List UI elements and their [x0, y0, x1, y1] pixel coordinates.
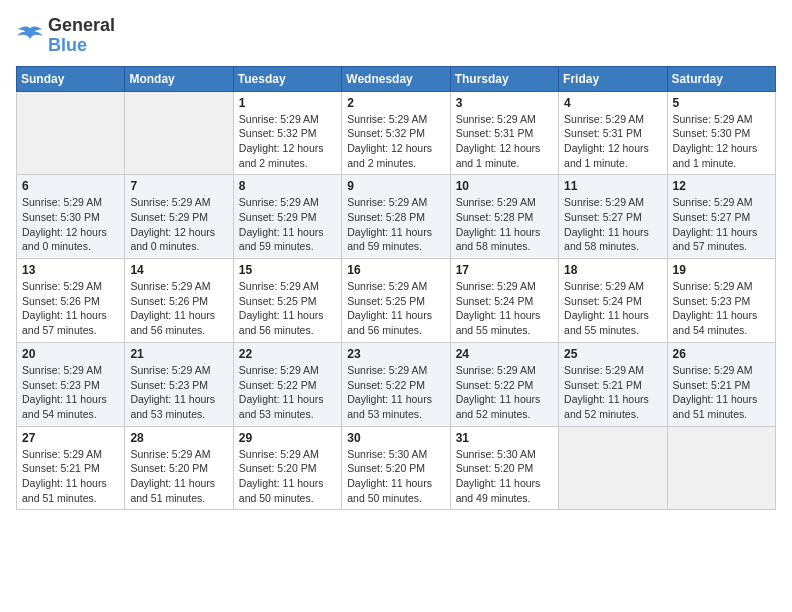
day-number: 30	[347, 431, 444, 445]
day-info: Sunrise: 5:29 AMSunset: 5:27 PMDaylight:…	[673, 195, 770, 254]
calendar-day-cell: 11Sunrise: 5:29 AMSunset: 5:27 PMDayligh…	[559, 175, 667, 259]
calendar-day-cell: 7Sunrise: 5:29 AMSunset: 5:29 PMDaylight…	[125, 175, 233, 259]
page-header: General Blue	[16, 16, 776, 56]
day-info: Sunrise: 5:29 AMSunset: 5:28 PMDaylight:…	[456, 195, 553, 254]
day-number: 25	[564, 347, 661, 361]
calendar-header-row: SundayMondayTuesdayWednesdayThursdayFrid…	[17, 66, 776, 91]
day-number: 31	[456, 431, 553, 445]
calendar-table: SundayMondayTuesdayWednesdayThursdayFrid…	[16, 66, 776, 511]
day-info: Sunrise: 5:29 AMSunset: 5:22 PMDaylight:…	[347, 363, 444, 422]
calendar-day-cell: 19Sunrise: 5:29 AMSunset: 5:23 PMDayligh…	[667, 259, 775, 343]
day-number: 16	[347, 263, 444, 277]
calendar-day-cell: 25Sunrise: 5:29 AMSunset: 5:21 PMDayligh…	[559, 342, 667, 426]
day-info: Sunrise: 5:29 AMSunset: 5:24 PMDaylight:…	[564, 279, 661, 338]
day-info: Sunrise: 5:29 AMSunset: 5:25 PMDaylight:…	[347, 279, 444, 338]
calendar-week-row: 20Sunrise: 5:29 AMSunset: 5:23 PMDayligh…	[17, 342, 776, 426]
day-info: Sunrise: 5:30 AMSunset: 5:20 PMDaylight:…	[347, 447, 444, 506]
calendar-day-cell: 23Sunrise: 5:29 AMSunset: 5:22 PMDayligh…	[342, 342, 450, 426]
day-info: Sunrise: 5:29 AMSunset: 5:30 PMDaylight:…	[673, 112, 770, 171]
day-number: 21	[130, 347, 227, 361]
day-info: Sunrise: 5:30 AMSunset: 5:20 PMDaylight:…	[456, 447, 553, 506]
day-info: Sunrise: 5:29 AMSunset: 5:22 PMDaylight:…	[456, 363, 553, 422]
calendar-week-row: 13Sunrise: 5:29 AMSunset: 5:26 PMDayligh…	[17, 259, 776, 343]
calendar-day-cell	[125, 91, 233, 175]
calendar-day-cell: 1Sunrise: 5:29 AMSunset: 5:32 PMDaylight…	[233, 91, 341, 175]
calendar-day-cell: 3Sunrise: 5:29 AMSunset: 5:31 PMDaylight…	[450, 91, 558, 175]
weekday-header: Saturday	[667, 66, 775, 91]
calendar-day-cell: 5Sunrise: 5:29 AMSunset: 5:30 PMDaylight…	[667, 91, 775, 175]
day-number: 24	[456, 347, 553, 361]
day-number: 29	[239, 431, 336, 445]
calendar-day-cell: 22Sunrise: 5:29 AMSunset: 5:22 PMDayligh…	[233, 342, 341, 426]
calendar-day-cell: 26Sunrise: 5:29 AMSunset: 5:21 PMDayligh…	[667, 342, 775, 426]
calendar-day-cell: 24Sunrise: 5:29 AMSunset: 5:22 PMDayligh…	[450, 342, 558, 426]
calendar-day-cell: 30Sunrise: 5:30 AMSunset: 5:20 PMDayligh…	[342, 426, 450, 510]
calendar-week-row: 27Sunrise: 5:29 AMSunset: 5:21 PMDayligh…	[17, 426, 776, 510]
calendar-day-cell: 29Sunrise: 5:29 AMSunset: 5:20 PMDayligh…	[233, 426, 341, 510]
day-number: 5	[673, 96, 770, 110]
day-info: Sunrise: 5:29 AMSunset: 5:27 PMDaylight:…	[564, 195, 661, 254]
day-info: Sunrise: 5:29 AMSunset: 5:21 PMDaylight:…	[564, 363, 661, 422]
day-number: 2	[347, 96, 444, 110]
day-number: 13	[22, 263, 119, 277]
logo-icon	[16, 22, 44, 50]
calendar-day-cell: 20Sunrise: 5:29 AMSunset: 5:23 PMDayligh…	[17, 342, 125, 426]
calendar-day-cell	[559, 426, 667, 510]
calendar-day-cell: 4Sunrise: 5:29 AMSunset: 5:31 PMDaylight…	[559, 91, 667, 175]
day-info: Sunrise: 5:29 AMSunset: 5:25 PMDaylight:…	[239, 279, 336, 338]
day-number: 14	[130, 263, 227, 277]
day-info: Sunrise: 5:29 AMSunset: 5:32 PMDaylight:…	[347, 112, 444, 171]
logo-text-line2: Blue	[48, 36, 115, 56]
day-number: 18	[564, 263, 661, 277]
calendar-day-cell: 10Sunrise: 5:29 AMSunset: 5:28 PMDayligh…	[450, 175, 558, 259]
day-info: Sunrise: 5:29 AMSunset: 5:21 PMDaylight:…	[22, 447, 119, 506]
day-number: 22	[239, 347, 336, 361]
calendar-day-cell	[17, 91, 125, 175]
calendar-day-cell: 18Sunrise: 5:29 AMSunset: 5:24 PMDayligh…	[559, 259, 667, 343]
day-info: Sunrise: 5:29 AMSunset: 5:21 PMDaylight:…	[673, 363, 770, 422]
day-info: Sunrise: 5:29 AMSunset: 5:30 PMDaylight:…	[22, 195, 119, 254]
day-number: 3	[456, 96, 553, 110]
calendar-day-cell: 13Sunrise: 5:29 AMSunset: 5:26 PMDayligh…	[17, 259, 125, 343]
calendar-day-cell: 12Sunrise: 5:29 AMSunset: 5:27 PMDayligh…	[667, 175, 775, 259]
calendar-day-cell: 17Sunrise: 5:29 AMSunset: 5:24 PMDayligh…	[450, 259, 558, 343]
weekday-header: Tuesday	[233, 66, 341, 91]
calendar-day-cell: 15Sunrise: 5:29 AMSunset: 5:25 PMDayligh…	[233, 259, 341, 343]
day-info: Sunrise: 5:29 AMSunset: 5:31 PMDaylight:…	[564, 112, 661, 171]
day-number: 23	[347, 347, 444, 361]
calendar-day-cell: 9Sunrise: 5:29 AMSunset: 5:28 PMDaylight…	[342, 175, 450, 259]
calendar-day-cell: 14Sunrise: 5:29 AMSunset: 5:26 PMDayligh…	[125, 259, 233, 343]
weekday-header: Sunday	[17, 66, 125, 91]
day-number: 6	[22, 179, 119, 193]
day-info: Sunrise: 5:29 AMSunset: 5:31 PMDaylight:…	[456, 112, 553, 171]
day-number: 4	[564, 96, 661, 110]
calendar-day-cell: 2Sunrise: 5:29 AMSunset: 5:32 PMDaylight…	[342, 91, 450, 175]
day-number: 11	[564, 179, 661, 193]
day-number: 20	[22, 347, 119, 361]
day-info: Sunrise: 5:29 AMSunset: 5:23 PMDaylight:…	[130, 363, 227, 422]
day-number: 12	[673, 179, 770, 193]
day-info: Sunrise: 5:29 AMSunset: 5:23 PMDaylight:…	[673, 279, 770, 338]
calendar-day-cell: 28Sunrise: 5:29 AMSunset: 5:20 PMDayligh…	[125, 426, 233, 510]
day-info: Sunrise: 5:29 AMSunset: 5:23 PMDaylight:…	[22, 363, 119, 422]
calendar-day-cell: 6Sunrise: 5:29 AMSunset: 5:30 PMDaylight…	[17, 175, 125, 259]
day-info: Sunrise: 5:29 AMSunset: 5:29 PMDaylight:…	[239, 195, 336, 254]
calendar-day-cell: 31Sunrise: 5:30 AMSunset: 5:20 PMDayligh…	[450, 426, 558, 510]
day-info: Sunrise: 5:29 AMSunset: 5:22 PMDaylight:…	[239, 363, 336, 422]
day-number: 10	[456, 179, 553, 193]
day-number: 1	[239, 96, 336, 110]
calendar-day-cell	[667, 426, 775, 510]
day-info: Sunrise: 5:29 AMSunset: 5:24 PMDaylight:…	[456, 279, 553, 338]
calendar-week-row: 6Sunrise: 5:29 AMSunset: 5:30 PMDaylight…	[17, 175, 776, 259]
day-info: Sunrise: 5:29 AMSunset: 5:28 PMDaylight:…	[347, 195, 444, 254]
calendar-week-row: 1Sunrise: 5:29 AMSunset: 5:32 PMDaylight…	[17, 91, 776, 175]
day-number: 8	[239, 179, 336, 193]
logo-text-line1: General	[48, 16, 115, 36]
day-info: Sunrise: 5:29 AMSunset: 5:20 PMDaylight:…	[130, 447, 227, 506]
day-number: 9	[347, 179, 444, 193]
logo: General Blue	[16, 16, 115, 56]
calendar-day-cell: 16Sunrise: 5:29 AMSunset: 5:25 PMDayligh…	[342, 259, 450, 343]
calendar-day-cell: 27Sunrise: 5:29 AMSunset: 5:21 PMDayligh…	[17, 426, 125, 510]
weekday-header: Thursday	[450, 66, 558, 91]
day-number: 28	[130, 431, 227, 445]
